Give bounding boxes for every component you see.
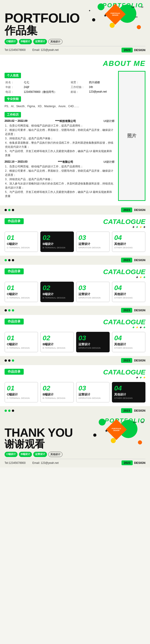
- dots-5: [4, 410, 14, 412]
- about-photo: 照片: [118, 71, 146, 201]
- skills-text: PS、AI、Skecth、Figma、XD、Mastergo、Axure、C4D…: [4, 104, 114, 108]
- hero-tag-0[interactable]: C端设计: [4, 39, 18, 44]
- cat-left-label-3: 作品目录: [4, 318, 24, 324]
- deco-uk-label: UK: [132, 6, 134, 8]
- star-y1: ✦: [139, 226, 142, 229]
- hero-title-cn: 作品集: [4, 25, 146, 37]
- year-badge-2: 2023: [121, 258, 132, 262]
- bullet-1-4: 5、与产品经理、开发工程师等相关工作人员紧密沟通协作，确保产品 UI 最终实现效…: [5, 190, 114, 198]
- ty-tag-3[interactable]: 其他设计: [48, 452, 62, 457]
- work-entry-0: 2020.02 ~ 2022.09 ****科技有限公司 UI设计师 1、负责公…: [4, 119, 114, 157]
- star-d2: ✦: [143, 226, 146, 229]
- skills-label: 专业技能: [4, 96, 21, 102]
- ty-email: Email: 123@yeah.net: [32, 461, 58, 464]
- cat-card-4-0[interactable]: 01 C端设计 C-TERMINAL DESIGN: [4, 382, 38, 402]
- cat-card-4-3[interactable]: 04 其他设计 OTHER DESIGNS: [112, 382, 146, 402]
- cat-sub-4-3: OTHER DESIGNS: [114, 397, 133, 399]
- cat-header-4: 作品目录 CATALOGUE ✦ ✦ ✦: [4, 369, 146, 379]
- cat-card-2-3[interactable]: 04 其他设计 OTHER DESIGNS: [112, 282, 146, 302]
- hero-tag-2[interactable]: 运营设计: [33, 39, 47, 44]
- cat-num-1-0: 01: [7, 234, 14, 241]
- cat-sub-2-0: C-TERMINAL DESIGN: [7, 297, 30, 299]
- ty-tag-0[interactable]: C端设计: [4, 452, 18, 457]
- cat-card-4-1[interactable]: 02 B端设计 B-TERMINAL DESIGN: [40, 382, 74, 402]
- cat-card-2-2[interactable]: 03 运营设计 OPERATION DESIGN: [76, 282, 110, 302]
- personal-info-table: 姓名： 七七 籍贯： 四川成都 年龄： 24岁 工作经验： 3年 电话： 123…: [4, 80, 114, 94]
- dot-15: [12, 410, 14, 412]
- catalogue-section-1: 作品目录 CATALOGUE ✦ ✦ ✦ ✦ 01 C端设计 C-TERMINA…: [0, 214, 150, 256]
- cat-card-1-3[interactable]: 04 其他设计 OTHER DESIGNS: [112, 232, 146, 252]
- hometown-label: 籍贯：: [70, 80, 88, 85]
- cat-card-3-0[interactable]: 01 C端设计 C-TERMINAL DESIGN: [4, 332, 38, 352]
- ty-title-cn: 谢谢观看: [4, 438, 146, 450]
- cat-header-2: 作品目录 CATALOGUE ✦ ✦ ✦: [4, 268, 146, 279]
- year-design-5: 2023 DESIGN: [121, 408, 146, 413]
- work-period-1: 2022.10 ~ 2023.03: [4, 160, 27, 164]
- work-period-0: 2020.02 ~ 2022.09: [4, 119, 27, 123]
- star-y2: ✦: [139, 276, 142, 279]
- cat-card-4-2[interactable]: 03 运营设计 OPERATION DESIGN: [76, 382, 110, 402]
- cat-stars-4: ✦ ✦ ✦: [136, 376, 146, 379]
- ty-year-row: 2023 DESIGN: [122, 460, 146, 465]
- cat-name-1-2: 运营设计: [78, 242, 90, 246]
- bullet-1-3: 4、深入参与从设计策略到设计执行的全流程工作，并及时跟进收集数据和反馈，持续优化…: [5, 182, 114, 190]
- personal-info-label: 个人信息: [4, 73, 21, 78]
- hero-content: PORTFOLIO 作品集 C端设计 B端设计 运营设计 其他设计: [4, 12, 146, 44]
- dot-14: [8, 410, 10, 412]
- cat-name-3-0: C端设计: [7, 342, 18, 346]
- hero-tag-1[interactable]: B端设计: [19, 39, 32, 44]
- cat-title-right-2: CATALOGUE ✦ ✦ ✦: [103, 268, 146, 279]
- cat-card-1-0[interactable]: 01 C端设计 C-TERMINAL DESIGN: [4, 232, 38, 252]
- catalogue-section-3: 作品目录 CATALOGUE ✦ ✦ ✦ ✦ 01 C端设计 C-TERMINA…: [0, 315, 150, 356]
- work-role-1: UI设计师: [104, 160, 114, 164]
- ty-tag-2[interactable]: 运营设计: [33, 452, 47, 457]
- cat-header-1: 作品目录 CATALOGUE ✦ ✦ ✦ ✦: [4, 218, 146, 229]
- cat-card-2-1[interactable]: 02 B端设计 B-TERMINAL DESIGN: [40, 282, 74, 302]
- dot-12: [12, 360, 14, 362]
- cat-title-right-1: CATALOGUE ✦ ✦ ✦ ✦: [103, 218, 146, 229]
- dot-5: [8, 259, 10, 261]
- cat-stars-2: ✦ ✦ ✦: [136, 276, 146, 279]
- design-label-3: DESIGN: [134, 308, 146, 312]
- cat-sub-1-3: OTHER DESIGNS: [114, 246, 133, 249]
- design-label-2: DESIGN: [134, 258, 146, 262]
- cat-card-3-3[interactable]: 04 其他设计 OTHER DESIGNS: [112, 332, 146, 352]
- cat-sub-4-2: OPERATION DESIGN: [78, 397, 100, 399]
- cat-card-1-1[interactable]: 02 B端设计 B-TERMINAL DESIGN: [40, 232, 74, 252]
- cat-left-label-4: 作品目录: [4, 369, 24, 375]
- cat-sub-4-0: C-TERMINAL DESIGN: [7, 397, 30, 399]
- cat-sub-3-2: OPERATION DESIGN: [78, 347, 100, 349]
- dots-3: [4, 309, 14, 312]
- bullet-0-4: 5、与产品经理、开发工程师等相关工作人员紧密沟通协作，确保产品 UI 最终实现效…: [5, 149, 114, 157]
- year-design-2: 2023 DESIGN: [121, 258, 146, 262]
- hero-tag-3[interactable]: 其他设计: [48, 39, 62, 44]
- work-label: 工作经历: [4, 112, 21, 118]
- hero-email: Email: 123@yeah.net: [32, 48, 58, 52]
- dot-1: [4, 209, 7, 211]
- cat-num-3-3: 04: [114, 334, 122, 342]
- ty-tags: C端设计 B端设计 运营设计 其他设计: [4, 452, 146, 457]
- cat-left-label-2: 作品目录: [4, 268, 24, 274]
- cat-name-3-1: B端设计: [43, 342, 54, 346]
- cat-cards-4: 01 C端设计 C-TERMINAL DESIGN 02 B端设计 B-TERM…: [4, 382, 146, 402]
- name-value: 七七: [23, 80, 70, 85]
- cat-card-3-1[interactable]: 02 B端设计 B-TERMINAL DESIGN: [40, 332, 74, 352]
- cat-name-2-1: B端设计: [43, 292, 54, 296]
- cat-stars-1: ✦ ✦ ✦ ✦: [132, 226, 146, 229]
- catalogue-section-4: 作品目录 CATALOGUE ✦ ✦ ✦ 01 C端设计 C-TERMINAL …: [0, 365, 150, 406]
- divider-3: 2023 DESIGN: [0, 306, 150, 315]
- cat-card-3-2[interactable]: 03 运营设计 OPERATION DESIGN: [76, 332, 110, 352]
- cat-card-1-2[interactable]: 03 运营设计 OPERATION DESIGN: [76, 232, 110, 252]
- ty-tag-1[interactable]: B端设计: [19, 452, 32, 457]
- cat-title-text-1: CATALOGUE: [103, 218, 146, 225]
- dots-1: [4, 209, 14, 211]
- cat-sub-3-0: C-TERMINAL DESIGN: [7, 347, 30, 349]
- star-g3: ✦: [132, 326, 134, 329]
- cat-name-2-0: C端设计: [7, 292, 18, 296]
- divider-5: 2023 DESIGN: [0, 406, 150, 415]
- cat-num-1-2: 03: [78, 234, 86, 241]
- cat-card-2-0[interactable]: 01 C端设计 C-TERMINAL DESIGN: [4, 282, 38, 302]
- hero-year: 2023: [122, 48, 133, 52]
- about-left: 个人信息 姓名： 七七 籍贯： 四川成都 年龄： 24岁 工作经验： 3年 电话…: [4, 71, 114, 201]
- dot-7: [4, 309, 7, 312]
